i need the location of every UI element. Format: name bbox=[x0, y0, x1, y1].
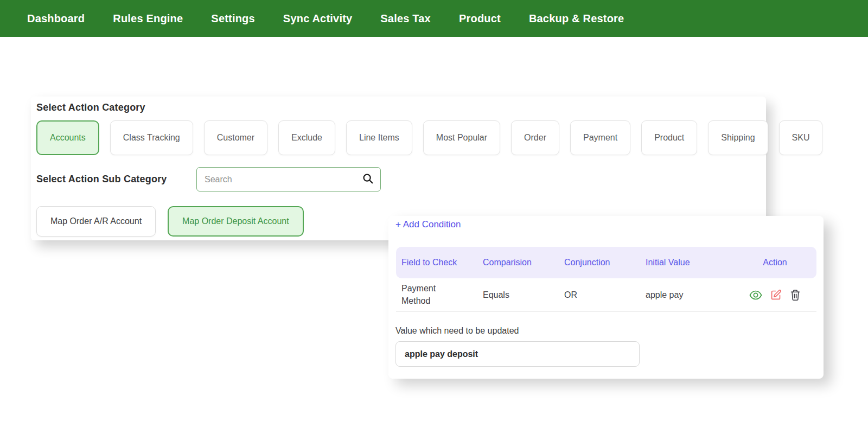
cell-initial-value: apple pay bbox=[646, 290, 683, 299]
condition-table-row: Payment Method Equals OR apple pay bbox=[396, 278, 816, 312]
sub-category-title: Select Action Sub Category bbox=[36, 174, 167, 185]
header-field-to-check: Field to Check bbox=[396, 258, 477, 267]
row-action-icons bbox=[749, 289, 801, 301]
view-icon[interactable] bbox=[749, 290, 762, 300]
header-action: Action bbox=[733, 258, 816, 267]
nav-item-backup-restore[interactable]: Backup & Restore bbox=[529, 12, 624, 25]
value-to-update-input[interactable] bbox=[395, 341, 640, 367]
subcategory-chip-map-order-ar-account[interactable]: Map Order A/R Account bbox=[36, 206, 156, 237]
nav-item-product[interactable]: Product bbox=[459, 12, 501, 25]
category-chip-class-tracking[interactable]: Class Tracking bbox=[110, 120, 193, 155]
category-chip-customer[interactable]: Customer bbox=[204, 120, 267, 155]
action-category-title: Select Action Category bbox=[36, 102, 145, 113]
nav-item-dashboard[interactable]: Dashboard bbox=[27, 12, 85, 25]
header-conjunction: Conjunction bbox=[559, 258, 640, 267]
subcategory-chip-map-order-deposit-account[interactable]: Map Order Deposit Account bbox=[168, 206, 304, 237]
add-condition-button[interactable]: + Add Condition bbox=[395, 219, 461, 230]
cell-conjunction: OR bbox=[564, 290, 577, 299]
value-to-update-label: Value which need to be updated bbox=[395, 326, 519, 336]
sub-category-search bbox=[196, 167, 381, 192]
action-category-chip-row: Accounts Class Tracking Customer Exclude… bbox=[36, 120, 822, 155]
nav-item-sync-activity[interactable]: Sync Activity bbox=[283, 12, 352, 25]
header-initial-value: Initial Value bbox=[640, 258, 733, 267]
nav-item-sales-tax[interactable]: Sales Tax bbox=[380, 12, 431, 25]
cell-comparision: Equals bbox=[483, 290, 509, 299]
delete-icon[interactable] bbox=[790, 289, 801, 301]
category-chip-product[interactable]: Product bbox=[641, 120, 697, 155]
category-chip-line-items[interactable]: Line Items bbox=[346, 120, 412, 155]
category-chip-shipping[interactable]: Shipping bbox=[708, 120, 768, 155]
category-chip-most-popular[interactable]: Most Popular bbox=[423, 120, 500, 155]
edit-icon[interactable] bbox=[770, 289, 782, 301]
search-input[interactable] bbox=[205, 175, 362, 184]
category-chip-exclude[interactable]: Exclude bbox=[278, 120, 335, 155]
conditions-table-header: Field to Check Comparision Conjunction I… bbox=[396, 247, 816, 278]
header-comparision: Comparision bbox=[477, 258, 559, 267]
cell-field-to-check: Payment Method bbox=[401, 283, 451, 307]
nav-item-rules-engine[interactable]: Rules Engine bbox=[113, 12, 183, 25]
category-chip-payment[interactable]: Payment bbox=[570, 120, 630, 155]
sub-category-chip-row: Map Order A/R Account Map Order Deposit … bbox=[36, 206, 304, 237]
nav-item-settings[interactable]: Settings bbox=[211, 12, 255, 25]
category-chip-accounts[interactable]: Accounts bbox=[36, 120, 99, 155]
category-chip-order[interactable]: Order bbox=[511, 120, 559, 155]
category-chip-sku[interactable]: SKU bbox=[779, 120, 823, 155]
conditions-panel: + Add Condition Field to Check Comparisi… bbox=[388, 216, 824, 379]
search-icon[interactable] bbox=[362, 173, 374, 187]
top-navigation: Dashboard Rules Engine Settings Sync Act… bbox=[0, 0, 868, 37]
